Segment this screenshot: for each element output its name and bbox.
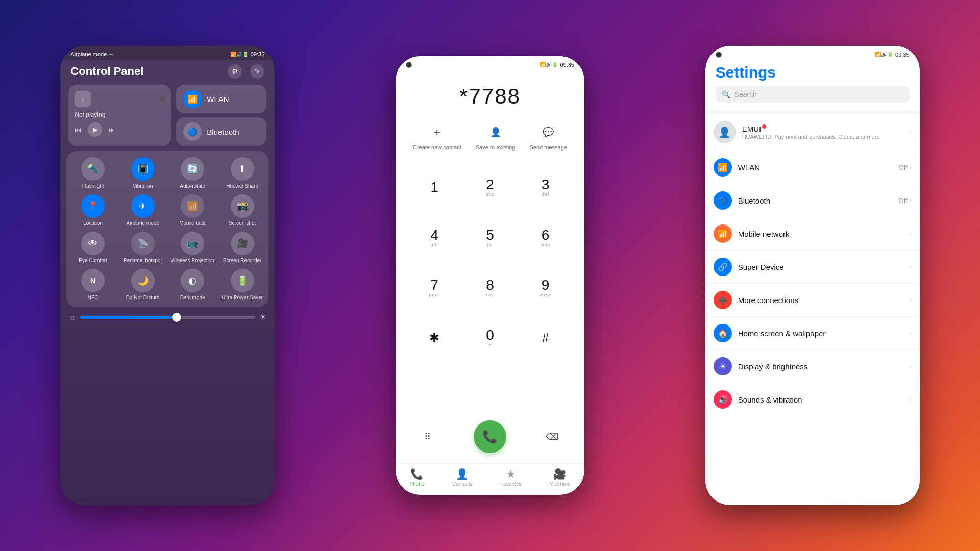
play-button[interactable]: ▶ [88, 122, 102, 137]
toggle-group: 📶 WLAN 🔵 Bluetooth [176, 85, 266, 146]
key-4[interactable]: 4ghi [408, 213, 461, 261]
cp-header-icons: ⚙ ✎ [228, 64, 264, 79]
settings-icon[interactable]: ⚙ [228, 64, 242, 79]
bt-status: Off [899, 197, 908, 205]
qt-screenshot[interactable]: 📸 Screen shot [220, 194, 265, 227]
qt-screen-rec[interactable]: 🎥 Screen Recorder [220, 232, 265, 264]
key-6[interactable]: 6mno [519, 213, 572, 261]
delete-button[interactable]: ⌫ [541, 425, 564, 448]
bluetooth-toggle[interactable]: 🔵 Bluetooth [176, 117, 266, 146]
qt-mobile-data[interactable]: 📶 Mobile data [170, 194, 215, 227]
nav-phone[interactable]: 📞 Phone [409, 468, 424, 487]
wlan-content: WLAN [738, 163, 893, 172]
home-content: Home screen & wallpaper [738, 329, 903, 338]
status-time-1: 09:35 [251, 51, 265, 57]
settings-item-emui[interactable]: 👤 EMUI HUAWEI ID, Payment and purchases,… [705, 114, 920, 151]
qt-dark-mode[interactable]: ◐ Dark mode [170, 269, 215, 301]
call-button[interactable]: 📞 [474, 420, 506, 453]
send-message-icon: 💬 [538, 122, 558, 142]
key-7[interactable]: 7pqrs [408, 264, 461, 312]
contacts-nav-label: Contacts [452, 481, 472, 487]
emui-content: EMUI HUAWEI ID, Payment and purchases, C… [742, 124, 903, 140]
key-8[interactable]: 8tuv [463, 264, 517, 312]
qt-eye-comfort[interactable]: 👁 Eye Comfort [70, 232, 115, 264]
save-existing-btn[interactable]: 👤 Save to existing [476, 122, 516, 151]
create-contact-label: Create new contact [413, 144, 461, 151]
settings-item-display[interactable]: ☀ Display & brightness › [705, 350, 920, 383]
key-0[interactable]: 0+ [463, 314, 517, 362]
qt-vibration[interactable]: 📳 Vibration [120, 157, 165, 189]
music-controls: ⏮ ▶ ⏭ [75, 122, 165, 137]
qt-wireless-proj[interactable]: 📺 Wireless Projection [170, 232, 215, 264]
flashlight-icon: 🔦 [81, 157, 105, 181]
qt-huawei-share[interactable]: ⬆ Huawei Share [220, 157, 265, 189]
settings-item-super[interactable]: 🔗 Super Device › [705, 251, 920, 284]
display-content: Display & brightness [738, 362, 903, 371]
send-message-btn[interactable]: 💬 Send message [530, 122, 567, 151]
status-time-2: 09:35 [560, 62, 574, 68]
qt-nfc[interactable]: N NFC [70, 269, 115, 301]
settings-title: Settings [716, 64, 910, 81]
wlan-settings-icon: 📶 [714, 158, 732, 177]
edit-icon[interactable]: ✎ [250, 64, 264, 79]
mobile-data-label: Mobile data [179, 220, 206, 227]
qt-dnd[interactable]: 🌙 Do Not Disturb [120, 269, 165, 301]
settings-item-home[interactable]: 🏠 Home screen & wallpaper › [705, 317, 920, 350]
ultra-power-icon: 🔋 [231, 269, 254, 292]
qt-auto-rotate[interactable]: 🔄 Auto-rotate [170, 157, 215, 189]
screenshot-icon: 📸 [231, 194, 254, 218]
settings-item-mobile[interactable]: 📶 Mobile network › [705, 217, 920, 251]
huawei-share-icon: ⬆ [231, 157, 254, 181]
dark-mode-label: Dark mode [180, 295, 205, 301]
dialer-actions: ＋ Create new contact 👤 Save to existing … [396, 122, 584, 159]
key-1[interactable]: 1 [408, 163, 461, 211]
key-star[interactable]: ✱ [408, 314, 461, 362]
emui-avatar: 👤 [714, 121, 736, 143]
nav-favorites[interactable]: ★ Favorites [500, 468, 521, 487]
keypad: 1 2abc 3def 4ghi 5jkl 6mno 7pqrs 8tuv 9w… [396, 159, 584, 416]
nfc-icon: N [81, 269, 105, 292]
huawei-share-label: Huawei Share [226, 183, 258, 189]
prev-button[interactable]: ⏮ [75, 126, 82, 134]
key-9[interactable]: 9wxyz [519, 264, 572, 312]
dialpad-grid-icon[interactable]: ⠿ [416, 425, 439, 448]
meettime-nav-label: MeeTime [549, 481, 570, 487]
key-2[interactable]: 2abc [463, 163, 517, 211]
screen-rec-label: Screen Recorder [223, 258, 262, 264]
save-existing-icon: 👤 [485, 122, 506, 142]
create-contact-btn[interactable]: ＋ Create new contact [413, 122, 461, 151]
settings-item-bluetooth[interactable]: 🔵 Bluetooth Off › [705, 184, 920, 217]
next-button[interactable]: ⏭ [108, 126, 115, 134]
dial-bottom-row: ⠿ 📞 ⌫ [396, 416, 584, 463]
key-3[interactable]: 3def [519, 163, 572, 211]
key-hash[interactable]: # [519, 314, 572, 362]
brightness-row: ☼ ☀ [68, 312, 266, 322]
settings-item-wlan[interactable]: 📶 WLAN Off › [705, 151, 920, 184]
key-5[interactable]: 5jkl [463, 213, 517, 261]
emui-chevron: › [910, 129, 912, 136]
brightness-slider[interactable] [80, 316, 255, 319]
display-chevron: › [910, 363, 912, 370]
meettime-nav-icon: 🎥 [553, 468, 566, 480]
brightness-low-icon: ☼ [68, 313, 76, 322]
qt-ultra-power[interactable]: 🔋 Ultra Power Saver [220, 269, 265, 301]
contacts-nav-icon: 👤 [456, 468, 469, 480]
dark-mode-icon: ◐ [181, 269, 204, 292]
qt-location[interactable]: 📍 Location [70, 194, 115, 227]
qt-airplane[interactable]: ✈ Airplane mode [120, 194, 165, 227]
cp-header: Control Panel ⚙ ✎ [60, 60, 275, 85]
settings-search-bar[interactable]: 🔍 Search [716, 86, 910, 103]
nav-contacts[interactable]: 👤 Contacts [452, 468, 472, 487]
bottom-nav: 📞 Phone 👤 Contacts ★ Favorites 🎥 MeeTime [396, 463, 584, 495]
status-bar-3: ⬤ 📶🔊🔋 09:35 [705, 46, 920, 61]
qt-flashlight[interactable]: 🔦 Flashlight [70, 157, 115, 189]
settings-item-more[interactable]: ➕ More connections › [705, 284, 920, 317]
nav-meettime[interactable]: 🎥 MeeTime [549, 468, 570, 487]
wlan-toggle[interactable]: 📶 WLAN [176, 85, 266, 113]
super-settings-icon: 🔗 [714, 258, 732, 276]
qt-hotspot[interactable]: 📡 Personal hotspot [120, 232, 165, 264]
more-content: More connections [738, 296, 903, 305]
settings-item-sounds[interactable]: 🔊 Sounds & vibration › [705, 383, 920, 416]
sound-settings-icon: 🔊 [714, 390, 732, 409]
hotspot-icon: 📡 [131, 232, 155, 255]
